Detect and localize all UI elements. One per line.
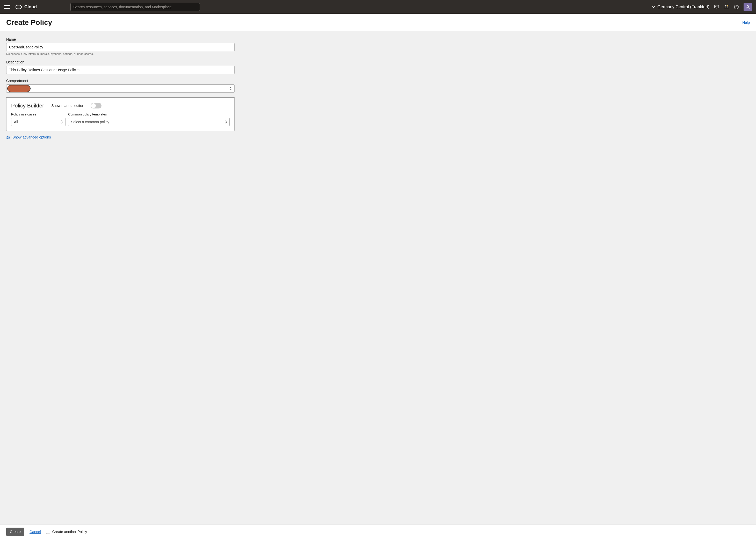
use-cases-value: All xyxy=(11,118,65,126)
search-input[interactable] xyxy=(70,3,200,11)
hamburger-menu-icon[interactable] xyxy=(4,4,10,10)
announcements-icon[interactable] xyxy=(724,4,729,10)
search-container xyxy=(70,3,200,11)
compartment-input[interactable] xyxy=(6,84,235,93)
description-label: Description xyxy=(6,60,235,64)
use-cases-col: Policy use cases All xyxy=(11,113,65,126)
dev-tools-icon[interactable] xyxy=(714,4,719,10)
top-header: Cloud Germany Central (Frankfurt) xyxy=(0,0,756,14)
templates-label: Common policy templates xyxy=(68,113,230,116)
policy-builder-title: Policy Builder xyxy=(11,103,44,109)
use-cases-select[interactable]: All xyxy=(11,118,65,126)
svg-point-3 xyxy=(736,8,736,8)
name-helper: No spaces. Only letters, numerals, hyphe… xyxy=(6,52,235,55)
brand-text: Cloud xyxy=(24,4,37,10)
oracle-oval-icon xyxy=(16,5,22,9)
advanced-options-row: Show advanced options xyxy=(6,135,235,139)
templates-select[interactable]: Select a common policy xyxy=(68,118,230,126)
header-right: Germany Central (Frankfurt) xyxy=(652,3,752,11)
show-advanced-options-link[interactable]: Show advanced options xyxy=(12,135,51,139)
region-selector[interactable]: Germany Central (Frankfurt) xyxy=(652,5,710,9)
chevron-down-icon xyxy=(652,5,655,9)
name-label: Name xyxy=(6,37,235,41)
name-input[interactable] xyxy=(6,43,235,51)
use-cases-label: Policy use cases xyxy=(11,113,65,116)
page-title: Create Policy xyxy=(6,18,52,27)
region-label: Germany Central (Frankfurt) xyxy=(657,5,710,9)
name-group: Name No spaces. Only letters, numerals, … xyxy=(6,37,235,55)
policy-builder-header: Policy Builder Show manual editor xyxy=(11,103,230,109)
templates-placeholder: Select a common policy xyxy=(68,118,230,126)
help-link[interactable]: Help xyxy=(742,21,750,25)
svg-point-1 xyxy=(727,5,728,6)
compartment-group: Compartment xyxy=(6,79,235,93)
manual-editor-toggle[interactable] xyxy=(91,103,102,109)
description-group: Description xyxy=(6,60,235,74)
title-bar: Create Policy Help xyxy=(0,14,756,31)
compartment-redacted-chip xyxy=(7,85,31,92)
svg-point-5 xyxy=(7,136,8,136)
toggle-knob xyxy=(91,103,96,108)
help-icon[interactable] xyxy=(734,4,739,10)
templates-col: Common policy templates Select a common … xyxy=(68,113,230,126)
svg-point-4 xyxy=(747,5,748,7)
svg-point-7 xyxy=(7,138,8,138)
manual-editor-label: Show manual editor xyxy=(51,104,83,108)
user-avatar[interactable] xyxy=(744,3,752,11)
svg-point-6 xyxy=(9,137,10,137)
policy-builder-card: Policy Builder Show manual editor Policy… xyxy=(6,97,235,131)
builder-row: Policy use cases All Common policy templ… xyxy=(11,113,230,126)
compartment-label: Compartment xyxy=(6,79,235,83)
form-content: Name No spaces. Only letters, numerals, … xyxy=(0,31,241,145)
brand-logo[interactable]: Cloud xyxy=(16,4,37,10)
sliders-icon xyxy=(6,135,10,139)
description-input[interactable] xyxy=(6,66,235,74)
compartment-select[interactable] xyxy=(6,84,235,93)
